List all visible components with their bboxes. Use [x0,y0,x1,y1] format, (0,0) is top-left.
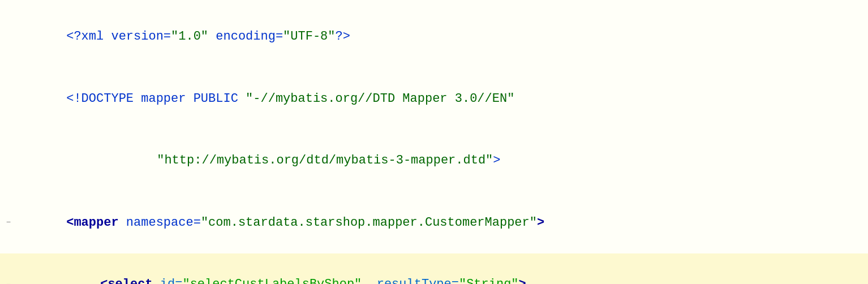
line-content-2: <!DOCTYPE mapper PUBLIC "-//mybatis.org/… [17,68,868,130]
gutter-5: − [0,253,17,284]
mapper-tag-open: <mapper [66,216,118,230]
line-content-1: <?xml version="1.0" encoding="UTF-8"?> [17,6,868,68]
fold-arrow-4[interactable]: − [6,216,11,229]
xml-declaration: <?xml version="1.0" encoding="UTF-8"?> [66,29,350,44]
code-line-2: <!DOCTYPE mapper PUBLIC "-//mybatis.org/… [0,68,868,130]
gutter-4: − [0,192,17,254]
code-line-4: − <mapper namespace="com.stardata.starsh… [0,192,868,254]
gutter-2 [0,68,17,130]
gutter-1 [0,6,17,68]
code-line-5: − <select id="selectCustLabelsByShop" re… [0,253,868,284]
code-line-3: "http://mybatis.org/dtd/mybatis-3-mapper… [0,130,868,192]
fold-arrow-5[interactable]: − [6,278,11,284]
line-content-4: <mapper namespace="com.stardata.starshop… [17,192,868,254]
select-tag-open: <select [100,277,152,284]
line-content-3: "http://mybatis.org/dtd/mybatis-3-mapper… [17,130,868,192]
doctype-line1: <!DOCTYPE mapper PUBLIC "-//mybatis.org/… [66,92,514,106]
line-content-5: <select id="selectCustLabelsByShop" resu… [17,253,868,284]
doctype-url: "http://mybatis.org/dtd/mybatis-3-mapper… [157,153,493,167]
gutter-3 [0,130,17,192]
code-line-1: <?xml version="1.0" encoding="UTF-8"?> [0,6,868,68]
code-editor: <?xml version="1.0" encoding="UTF-8"?> <… [0,0,868,284]
